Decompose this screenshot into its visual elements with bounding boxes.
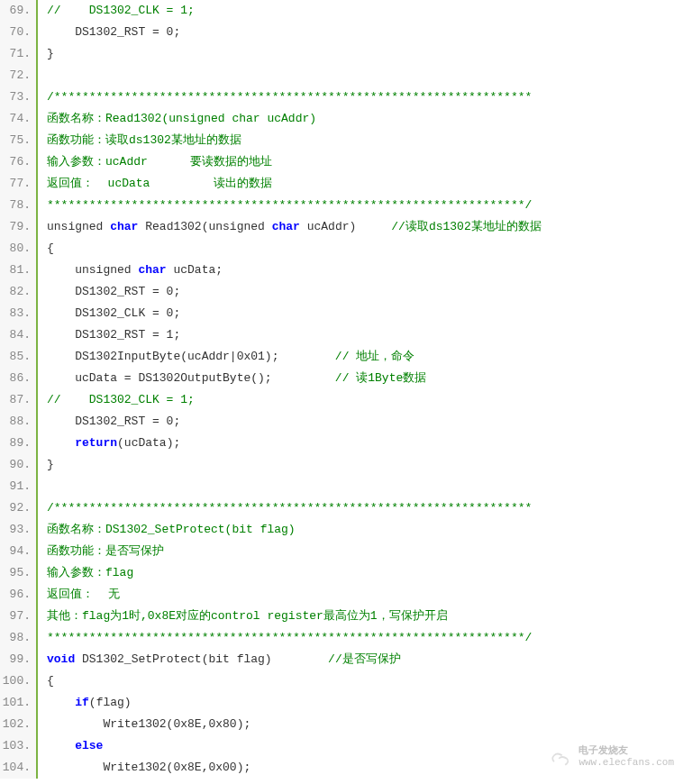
code-line[interactable]: 函数功能：读取ds1302某地址的数据: [47, 130, 683, 151]
code-token-plain: (flag): [89, 696, 132, 709]
code-line[interactable]: unsigned char Read1302(unsigned char ucA…: [47, 216, 683, 238]
line-number: 104.: [0, 757, 31, 779]
line-number: 72.: [0, 65, 31, 87]
code-token-keyword: char: [272, 220, 300, 233]
code-token-plain: Write1302(0x8E,0x00);: [47, 761, 250, 774]
line-number: 82.: [0, 281, 31, 303]
code-line[interactable]: /***************************************…: [47, 87, 683, 108]
code-token-comment: ****************************************…: [47, 631, 532, 644]
code-line[interactable]: {: [47, 670, 683, 692]
line-number: 75.: [0, 130, 31, 151]
code-line[interactable]: 返回值： 无: [47, 584, 683, 606]
code-token-comment: 输入参数：flag: [47, 566, 133, 579]
code-token-plain: DS1302_RST = 0;: [47, 415, 180, 428]
line-number: 85.: [0, 346, 31, 368]
code-line[interactable]: [47, 65, 683, 87]
code-token-plain: {: [47, 674, 54, 688]
code-token-comment: 函数名称：Read1302(unsigned char ucAddr): [47, 112, 316, 125]
line-number: 87.: [0, 389, 31, 411]
line-number: 77.: [0, 173, 31, 195]
code-line[interactable]: unsigned char ucData;: [47, 260, 683, 281]
code-line[interactable]: 函数功能：是否写保护: [47, 541, 683, 562]
code-line[interactable]: ****************************************…: [47, 627, 683, 649]
code-line[interactable]: }: [47, 43, 683, 65]
line-number: 86.: [0, 368, 31, 389]
code-token-plain: }: [47, 47, 54, 60]
line-number: 103.: [0, 735, 31, 757]
code-token-comment: ****************************************…: [47, 198, 532, 212]
code-token-plain: [47, 68, 54, 82]
code-token-comment: 函数功能：读取ds1302某地址的数据: [47, 133, 241, 147]
code-line[interactable]: return(ucData);: [47, 433, 683, 454]
code-line[interactable]: DS1302_RST = 0;: [47, 281, 683, 303]
line-number: 83.: [0, 303, 31, 324]
code-line[interactable]: // DS1302_CLK = 1;: [47, 389, 683, 411]
code-line[interactable]: 其他：flag为1时,0x8E对应的control register最高位为1，…: [47, 606, 683, 627]
watermark-url-text: www.elecfans.com: [578, 757, 674, 769]
line-number: 88.: [0, 411, 31, 433]
line-number: 71.: [0, 43, 31, 65]
code-token-comment: //读取ds1302某地址的数据: [391, 220, 541, 233]
code-token-comment: 函数功能：是否写保护: [47, 544, 164, 558]
code-token-comment: 其他：flag为1时,0x8E对应的control register最高位为1，…: [47, 609, 448, 623]
code-line[interactable]: DS1302_CLK = 0;: [47, 303, 683, 324]
code-line[interactable]: 输入参数：flag: [47, 562, 683, 584]
code-token-plain: [47, 479, 54, 493]
code-token-keyword: if: [75, 696, 89, 709]
line-number: 100.: [0, 670, 31, 692]
code-line[interactable]: DS1302_RST = 0;: [47, 411, 683, 433]
code-line[interactable]: {: [47, 238, 683, 260]
code-line[interactable]: void DS1302_SetProtect(bit flag) //是否写保护: [47, 649, 683, 670]
code-line[interactable]: 返回值： ucData 读出的数据: [47, 173, 683, 195]
line-number: 73.: [0, 87, 31, 108]
line-number: 79.: [0, 216, 31, 238]
watermark-logo-icon: [548, 744, 573, 770]
line-number: 70.: [0, 22, 31, 43]
code-token-comment: // 地址，命令: [335, 350, 414, 363]
code-token-plain: DS1302InputByte(ucAddr|0x01);: [47, 350, 335, 363]
code-line[interactable]: ucData = DS1302OutputByte(); // 读1Byte数据: [47, 368, 683, 389]
line-number: 97.: [0, 606, 31, 627]
code-line[interactable]: [47, 476, 683, 497]
code-line[interactable]: DS1302InputByte(ucAddr|0x01); // 地址，命令: [47, 346, 683, 368]
code-line[interactable]: Write1302(0x8E,0x80);: [47, 714, 683, 735]
code-line[interactable]: if(flag): [47, 692, 683, 714]
code-token-plain: [47, 696, 75, 709]
code-token-plain: Read1302(unsigned: [138, 220, 271, 233]
code-token-plain: Write1302(0x8E,0x80);: [47, 717, 250, 731]
code-token-plain: DS1302_CLK = 0;: [47, 306, 180, 320]
code-line[interactable]: /***************************************…: [47, 497, 683, 519]
code-line[interactable]: 输入参数：ucAddr 要读数据的地址: [47, 151, 683, 173]
code-content[interactable]: // DS1302_CLK = 1; DS1302_RST = 0;} /***…: [38, 0, 683, 779]
code-line[interactable]: // DS1302_CLK = 1;: [47, 0, 683, 22]
line-number: 92.: [0, 497, 31, 519]
code-line[interactable]: 函数名称：DS1302_SetProtect(bit flag): [47, 519, 683, 541]
code-token-comment: /***************************************…: [47, 90, 532, 104]
line-number: 90.: [0, 454, 31, 476]
code-line[interactable]: DS1302_RST = 1;: [47, 324, 683, 346]
code-token-plain: DS1302_RST = 0;: [47, 285, 180, 298]
code-token-plain: ucData;: [167, 263, 223, 277]
code-token-keyword: char: [110, 220, 138, 233]
code-token-plain: ucData = DS1302OutputByte();: [47, 371, 335, 385]
code-token-plain: unsigned: [47, 263, 138, 277]
code-token-comment: /***************************************…: [47, 501, 532, 515]
code-line[interactable]: DS1302_RST = 0;: [47, 22, 683, 43]
code-token-keyword: char: [138, 263, 166, 277]
code-token-plain: DS1302_RST = 1;: [47, 328, 180, 342]
code-token-comment: // DS1302_CLK = 1;: [47, 4, 195, 17]
line-number: 95.: [0, 562, 31, 584]
line-number: 78.: [0, 195, 31, 216]
code-line[interactable]: }: [47, 454, 683, 476]
line-number: 80.: [0, 238, 31, 260]
code-token-plain: DS1302_RST = 0;: [47, 25, 180, 39]
line-number-gutter: 69.70.71.72.73.74.75.76.77.78.79.80.81.8…: [0, 0, 38, 779]
code-token-plain: [47, 739, 75, 752]
code-token-comment: 函数名称：DS1302_SetProtect(bit flag): [47, 523, 296, 536]
code-line[interactable]: 函数名称：Read1302(unsigned char ucAddr): [47, 108, 683, 130]
line-number: 99.: [0, 649, 31, 670]
code-token-plain: unsigned: [47, 220, 110, 233]
line-number: 96.: [0, 584, 31, 606]
code-token-comment: 输入参数：ucAddr 要读数据的地址: [47, 155, 272, 169]
code-line[interactable]: ****************************************…: [47, 195, 683, 216]
